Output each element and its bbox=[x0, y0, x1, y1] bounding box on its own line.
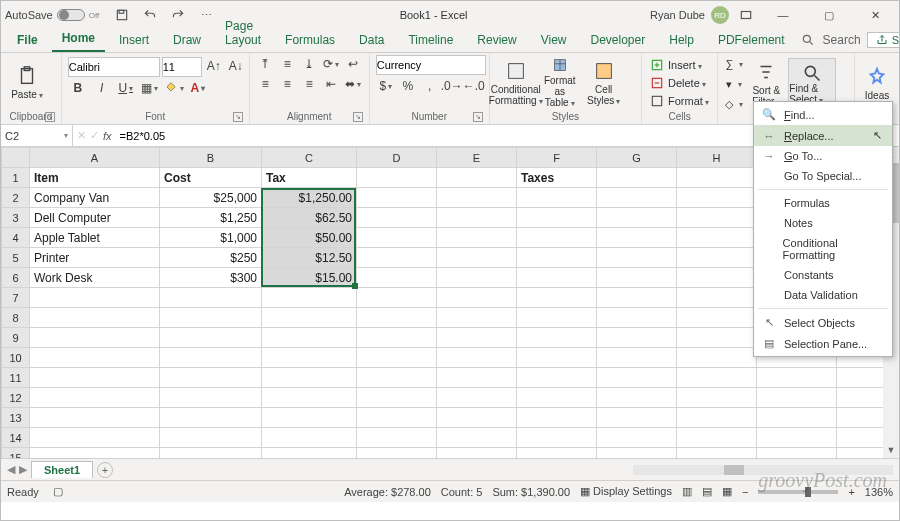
row-header[interactable]: 12 bbox=[2, 388, 30, 408]
cell[interactable] bbox=[517, 188, 597, 208]
cell[interactable]: $1,000 bbox=[160, 228, 262, 248]
cell[interactable] bbox=[597, 388, 677, 408]
fill-button[interactable]: ▾ bbox=[724, 75, 744, 93]
cell[interactable] bbox=[160, 448, 262, 459]
cell[interactable] bbox=[517, 288, 597, 308]
align-bottom-icon[interactable]: ⤓ bbox=[299, 55, 319, 73]
cell[interactable] bbox=[677, 308, 757, 328]
cell[interactable] bbox=[357, 168, 437, 188]
cell[interactable] bbox=[677, 448, 757, 459]
cell[interactable] bbox=[437, 268, 517, 288]
cell[interactable] bbox=[437, 228, 517, 248]
cell[interactable] bbox=[357, 408, 437, 428]
undo-icon[interactable] bbox=[139, 4, 161, 26]
menu-constants[interactable]: Constants bbox=[754, 265, 892, 285]
menu-selection-pane[interactable]: ▤Selection Pane... bbox=[754, 333, 892, 354]
menu-notes[interactable]: Notes bbox=[754, 213, 892, 233]
delete-cells-button[interactable]: Delete bbox=[648, 75, 711, 91]
fill-color-icon[interactable] bbox=[164, 79, 184, 97]
cell[interactable] bbox=[30, 348, 160, 368]
maximize-button[interactable]: ▢ bbox=[809, 1, 849, 29]
menu-goto-special[interactable]: Go To Special... bbox=[754, 166, 892, 186]
row-header[interactable]: 11 bbox=[2, 368, 30, 388]
tab-pdfelement[interactable]: PDFelement bbox=[708, 29, 795, 52]
cell[interactable] bbox=[437, 188, 517, 208]
row-header[interactable]: 8 bbox=[2, 308, 30, 328]
view-page-break-icon[interactable]: ▦ bbox=[722, 485, 732, 498]
cell[interactable] bbox=[437, 388, 517, 408]
cell[interactable] bbox=[597, 288, 677, 308]
cell[interactable] bbox=[677, 348, 757, 368]
zoom-level[interactable]: 136% bbox=[865, 486, 893, 498]
cell[interactable] bbox=[30, 408, 160, 428]
cell[interactable] bbox=[160, 428, 262, 448]
zoom-in-button[interactable]: + bbox=[848, 486, 854, 498]
display-settings-button[interactable]: ▦ Display Settings bbox=[580, 485, 672, 498]
cell[interactable] bbox=[30, 428, 160, 448]
toggle-off-icon[interactable] bbox=[57, 9, 85, 21]
autosum-button[interactable]: ∑ bbox=[724, 55, 744, 73]
font-size-select[interactable] bbox=[162, 57, 202, 77]
align-left-icon[interactable]: ≡ bbox=[255, 75, 275, 93]
close-button[interactable]: ✕ bbox=[855, 1, 895, 29]
cell[interactable] bbox=[160, 308, 262, 328]
font-color-icon[interactable]: A bbox=[188, 79, 208, 97]
cell[interactable] bbox=[160, 408, 262, 428]
search-label[interactable]: Search bbox=[823, 33, 861, 47]
cell[interactable]: $50.00 bbox=[262, 228, 357, 248]
view-normal-icon[interactable]: ▥ bbox=[682, 485, 692, 498]
cell-styles-button[interactable]: Cell Styles bbox=[584, 57, 624, 109]
name-box[interactable]: C2 bbox=[1, 125, 73, 146]
tab-help[interactable]: Help bbox=[659, 29, 704, 52]
sheet-nav-prev-icon[interactable]: ◀ bbox=[7, 463, 15, 476]
minimize-button[interactable]: — bbox=[763, 1, 803, 29]
cell[interactable] bbox=[517, 328, 597, 348]
tab-draw[interactable]: Draw bbox=[163, 29, 211, 52]
new-sheet-button[interactable]: + bbox=[97, 462, 113, 478]
insert-cells-button[interactable]: Insert bbox=[648, 57, 711, 73]
cell[interactable] bbox=[30, 448, 160, 459]
merge-icon[interactable]: ⬌ bbox=[343, 75, 363, 93]
dialog-launcher-icon[interactable]: ↘ bbox=[233, 112, 243, 122]
cell[interactable] bbox=[160, 388, 262, 408]
align-middle-icon[interactable]: ≡ bbox=[277, 55, 297, 73]
align-right-icon[interactable]: ≡ bbox=[299, 75, 319, 93]
cell[interactable]: $12.50 bbox=[262, 248, 357, 268]
cell[interactable] bbox=[357, 188, 437, 208]
save-icon[interactable] bbox=[111, 4, 133, 26]
cell[interactable]: Printer bbox=[30, 248, 160, 268]
scroll-thumb[interactable] bbox=[724, 465, 744, 475]
cell[interactable] bbox=[597, 168, 677, 188]
cell[interactable] bbox=[160, 368, 262, 388]
row-header[interactable]: 14 bbox=[2, 428, 30, 448]
row-header[interactable]: 1 bbox=[2, 168, 30, 188]
comma-icon[interactable]: , bbox=[420, 77, 440, 95]
cell[interactable] bbox=[757, 388, 837, 408]
cell[interactable] bbox=[160, 348, 262, 368]
menu-formulas[interactable]: Formulas bbox=[754, 193, 892, 213]
cell[interactable] bbox=[30, 308, 160, 328]
cell[interactable] bbox=[357, 308, 437, 328]
cell[interactable] bbox=[677, 248, 757, 268]
tab-home[interactable]: Home bbox=[52, 27, 105, 52]
fx-icon[interactable]: fx bbox=[103, 130, 112, 142]
cell[interactable] bbox=[757, 368, 837, 388]
cell[interactable] bbox=[517, 428, 597, 448]
cell[interactable] bbox=[517, 228, 597, 248]
cell[interactable] bbox=[517, 268, 597, 288]
cell[interactable] bbox=[357, 268, 437, 288]
cell[interactable] bbox=[597, 428, 677, 448]
orientation-icon[interactable]: ⟳ bbox=[321, 55, 341, 73]
tab-timeline[interactable]: Timeline bbox=[398, 29, 463, 52]
cell[interactable] bbox=[517, 448, 597, 459]
redo-icon[interactable] bbox=[167, 4, 189, 26]
view-page-layout-icon[interactable]: ▤ bbox=[702, 485, 712, 498]
col-header[interactable]: H bbox=[677, 148, 757, 168]
cell[interactable] bbox=[437, 288, 517, 308]
cell[interactable]: Work Desk bbox=[30, 268, 160, 288]
cell[interactable]: Dell Computer bbox=[30, 208, 160, 228]
cell[interactable] bbox=[357, 348, 437, 368]
cell[interactable] bbox=[597, 308, 677, 328]
sheet-nav-next-icon[interactable]: ▶ bbox=[19, 463, 27, 476]
tab-view[interactable]: View bbox=[531, 29, 577, 52]
